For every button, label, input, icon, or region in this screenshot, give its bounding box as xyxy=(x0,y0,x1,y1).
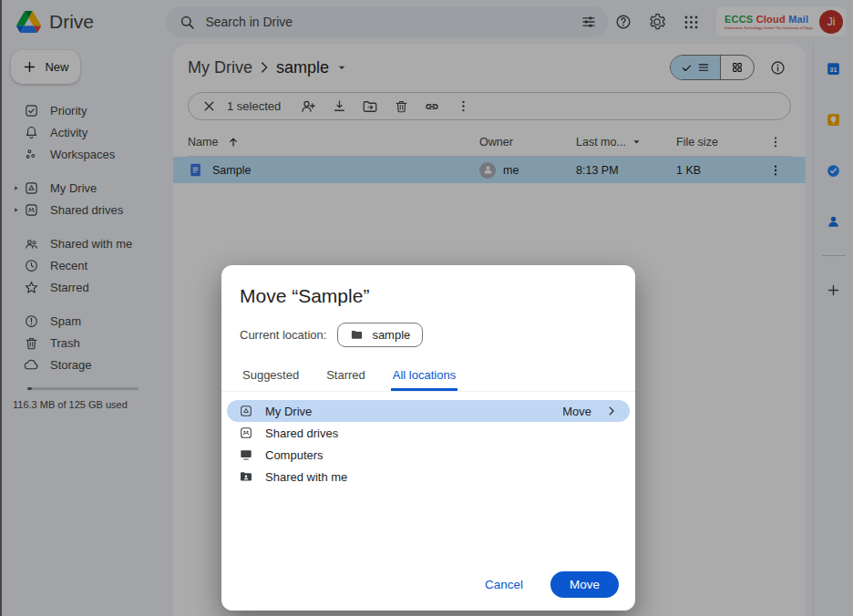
location-row-shared-with-me[interactable]: Shared with me xyxy=(227,466,630,488)
my-drive-icon xyxy=(239,404,253,418)
current-location-label: Current location: xyxy=(240,328,326,342)
chevron-right-icon[interactable] xyxy=(605,405,618,417)
computers-icon xyxy=(239,447,253,462)
tab-all-locations[interactable]: All locations xyxy=(391,361,457,391)
location-row-my-drive[interactable]: My Drive Move xyxy=(227,400,630,422)
folder-icon xyxy=(350,328,364,342)
shared-drives-icon xyxy=(239,426,253,440)
shared-with-me-folder-icon xyxy=(239,469,253,484)
dialog-tabs: Suggested Starred All locations xyxy=(221,361,635,392)
tab-suggested[interactable]: Suggested xyxy=(241,361,301,391)
location-row-shared-drives[interactable]: Shared drives xyxy=(227,422,630,444)
move-dialog: Move “Sample” Current location: sample S… xyxy=(221,265,635,611)
location-row-computers[interactable]: Computers xyxy=(227,444,630,466)
tab-starred[interactable]: Starred xyxy=(324,361,367,391)
row-move-action[interactable]: Move xyxy=(562,405,591,418)
current-location-chip[interactable]: sample xyxy=(337,323,423,347)
location-list: My Drive Move Shared drives Computers Sh… xyxy=(227,400,630,488)
move-button[interactable]: Move xyxy=(550,571,619,598)
dialog-title: Move “Sample” xyxy=(240,285,617,307)
cancel-button[interactable]: Cancel xyxy=(468,570,540,599)
